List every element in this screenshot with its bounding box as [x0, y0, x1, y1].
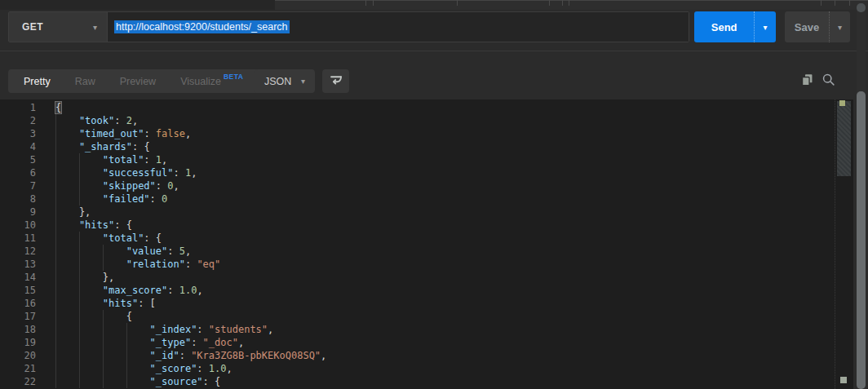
chevron-down-icon: ▾ — [764, 23, 768, 32]
line-number: 10 — [0, 219, 36, 232]
indent-guide — [79, 375, 103, 388]
postman-app: GET ▾ http://localhost:9200/students/_se… — [0, 0, 868, 389]
tab-separator — [373, 0, 374, 6]
indent-guide — [55, 349, 79, 362]
line-number: 21 — [0, 362, 36, 375]
url-input[interactable]: http://localhost:9200/students/_search — [108, 12, 689, 42]
editor-scrollbar[interactable] — [837, 101, 851, 176]
tab-preview[interactable]: Preview — [108, 76, 168, 87]
code-line: 12"value": 5, — [0, 245, 853, 258]
overview-marker-top — [839, 100, 845, 106]
chevron-down-icon: ▾ — [301, 77, 305, 86]
tab-raw[interactable]: Raw — [63, 76, 108, 87]
code-line: 2"took": 2, — [0, 114, 853, 127]
indent-guide — [55, 284, 79, 297]
indent-guide — [55, 375, 79, 388]
code-line: 4"_shards": { — [0, 140, 853, 153]
line-number: 20 — [0, 349, 36, 362]
code-line: 14}, — [0, 271, 853, 284]
beta-badge: BETA — [224, 73, 244, 81]
indent-guide — [79, 336, 103, 349]
line-number: 7 — [0, 179, 36, 192]
save-button[interactable]: Save — [785, 11, 829, 42]
line-number: 17 — [0, 310, 36, 323]
indent-guide — [79, 323, 103, 336]
indent-guide — [55, 127, 79, 140]
send-options-button[interactable]: ▾ — [754, 11, 776, 42]
tab-separator — [562, 0, 563, 6]
response-editor[interactable]: 1{2"took": 2,3"timed_out": false,4"_shar… — [0, 99, 853, 389]
tab-separator — [835, 0, 835, 6]
code-line: 18"_index": "students", — [0, 323, 853, 336]
method-dropdown[interactable]: GET ▾ — [9, 12, 108, 42]
line-number: 11 — [0, 232, 36, 245]
line-number: 2 — [0, 114, 36, 127]
request-url-group: GET ▾ http://localhost:9200/students/_se… — [8, 11, 689, 42]
indent-guide — [55, 206, 79, 219]
line-number: 19 — [0, 336, 36, 349]
method-label: GET — [22, 21, 43, 33]
tab-pretty[interactable]: Pretty — [11, 76, 63, 87]
format-label: JSON — [264, 76, 291, 87]
code-line: 1{ — [0, 101, 853, 114]
chevron-down-icon: ▾ — [838, 23, 842, 32]
indent-guide — [55, 192, 79, 206]
indent-guide — [55, 310, 79, 323]
indent-guide — [126, 323, 150, 336]
indent-guide — [79, 258, 103, 271]
line-number: 18 — [0, 323, 36, 336]
code-line: 10"hits": { — [0, 219, 853, 232]
indent-guide — [55, 271, 79, 284]
indent-guide — [55, 166, 79, 179]
format-dropdown[interactable]: JSON ▾ — [255, 69, 315, 93]
wrap-text-button[interactable] — [322, 69, 349, 93]
copy-button[interactable] — [800, 73, 814, 90]
code-line: 15"max_score": 1.0, — [0, 284, 853, 297]
code-line: 13"relation": "eq" — [0, 258, 853, 271]
response-toolbar: Pretty Raw Preview Visualize BETA JSON ▾ — [0, 51, 868, 99]
send-split-button: Send ▾ — [694, 11, 776, 42]
indent-guide — [79, 362, 103, 375]
search-icon — [822, 73, 835, 90]
indent-guide — [55, 362, 79, 375]
code-line: 3"timed_out": false, — [0, 127, 853, 140]
window-scrollbar[interactable] — [857, 91, 866, 389]
line-number: 13 — [0, 258, 36, 271]
overview-ruler-border — [835, 99, 835, 389]
indent-guide — [126, 349, 150, 362]
search-button[interactable] — [822, 73, 835, 90]
indent-guide — [79, 192, 103, 206]
code-line: 21"_score": 1.0, — [0, 362, 853, 375]
code-line: 7"skipped": 0, — [0, 179, 853, 192]
indent-guide — [103, 362, 126, 375]
line-number: 8 — [0, 192, 36, 206]
indent-guide — [79, 349, 103, 362]
indent-guide — [55, 245, 79, 258]
request-tab-strip[interactable] — [0, 0, 868, 10]
code-line: 20"_id": "Kra3ZG8B-pbKEKoQ08SQ", — [0, 349, 853, 362]
indent-guide — [55, 336, 79, 349]
code-line: 9}, — [0, 206, 853, 219]
send-button[interactable]: Send — [694, 11, 754, 42]
indent-guide — [103, 375, 126, 388]
indent-guide — [55, 114, 79, 127]
save-options-button[interactable]: ▾ — [829, 11, 850, 42]
code-line: 11"total": { — [0, 232, 853, 245]
code-line: 6"successful": 1, — [0, 166, 853, 179]
indent-guide — [103, 336, 126, 349]
indent-guide — [103, 310, 126, 323]
response-editor-lines: 1{2"took": 2,3"timed_out": false,4"_shar… — [0, 101, 853, 388]
code-line: 17{ — [0, 310, 853, 323]
code-line: 22"_source": { — [0, 375, 853, 388]
indent-guide — [79, 297, 103, 310]
code-line: 16"hits": [ — [0, 297, 853, 310]
code-line: 19"_type": "_doc", — [0, 336, 853, 349]
tab-visualize[interactable]: Visualize BETA — [168, 76, 255, 87]
save-split-button: Save ▾ — [785, 11, 850, 42]
response-view-tabs: Pretty Raw Preview Visualize BETA — [8, 69, 259, 93]
tab-separator — [821, 0, 822, 6]
indent-guide — [79, 245, 103, 258]
request-builder: GET ▾ http://localhost:9200/students/_se… — [0, 10, 868, 51]
line-number: 15 — [0, 284, 36, 297]
window-scrollbar-cap — [857, 3, 866, 12]
